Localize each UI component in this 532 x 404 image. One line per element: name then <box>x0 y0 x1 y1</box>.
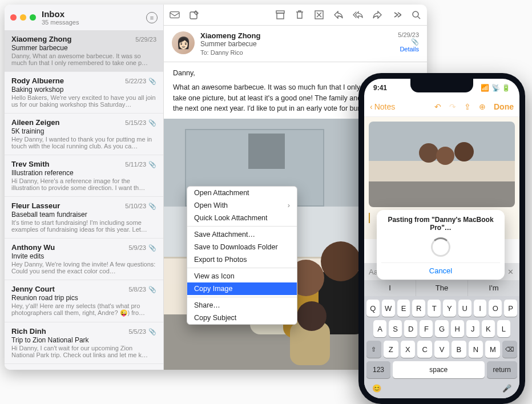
msg-date: 5/29/23 <box>135 36 156 43</box>
window-controls <box>10 14 36 21</box>
key-n[interactable]: N <box>469 341 483 358</box>
svg-rect-0 <box>170 12 179 18</box>
more-icon[interactable]: ⊕ <box>479 102 486 111</box>
close-window-button[interactable] <box>10 14 17 21</box>
undo-icon[interactable]: ↶ <box>434 102 441 111</box>
msg-from: Anthony Wu <box>11 243 55 252</box>
mailboxes-icon[interactable] <box>170 10 180 20</box>
archive-icon[interactable] <box>275 10 285 20</box>
redo-icon[interactable]: ↷ <box>449 102 456 111</box>
key-q[interactable]: Q <box>366 300 380 317</box>
fullscreen-window-button[interactable] <box>30 14 36 21</box>
num-key[interactable]: 123 <box>366 361 390 378</box>
pasted-image-thumb <box>369 122 515 207</box>
suggestion[interactable]: I <box>364 280 416 296</box>
message-item[interactable]: Jenny Court5/8/23📎 Reunion road trip pic… <box>5 280 163 322</box>
key-t[interactable]: T <box>428 300 441 317</box>
msg-date: 5/8/23📎 <box>128 286 156 293</box>
text-cursor <box>369 213 370 223</box>
forward-icon[interactable] <box>372 10 382 20</box>
key-z[interactable]: Z <box>384 341 398 358</box>
msg-subject: Baseball team fundraiser <box>11 211 156 219</box>
msg-preview: Hey Danny, We're loving the invite! A fe… <box>11 261 156 274</box>
key-s[interactable]: S <box>389 320 402 337</box>
notes-nav: ‹ Notes ↶ ↷ ⇪ ⊕ Done <box>364 97 519 117</box>
message-item[interactable]: Rody Albuerne5/22/23📎 Baking workshop He… <box>5 72 163 114</box>
key-r[interactable]: R <box>412 300 425 317</box>
share-icon[interactable]: ⇪ <box>464 102 471 111</box>
context-menu-item[interactable]: Export to Photos <box>187 253 297 266</box>
spinner-icon <box>431 237 450 257</box>
emoji-key[interactable]: 😊 <box>372 384 381 393</box>
context-menu-item[interactable]: Open Attachment <box>187 187 297 199</box>
done-button[interactable]: Done <box>494 102 514 111</box>
context-menu-item[interactable]: Copy Subject <box>187 312 297 324</box>
key-h[interactable]: H <box>451 320 464 337</box>
key-c[interactable]: C <box>417 341 432 358</box>
popover-text: Pasting from "Danny's MacBook Pro"… <box>381 216 500 232</box>
message-item[interactable]: Rich Dinh5/5/23📎 Trip to Zion National P… <box>5 322 163 364</box>
key-p[interactable]: P <box>504 300 517 317</box>
context-menu-item[interactable]: Save Attachment… <box>187 228 297 241</box>
key-f[interactable]: F <box>420 320 433 337</box>
msg-subject: Trip to Zion National Park <box>11 336 156 344</box>
key-o[interactable]: O <box>489 300 502 317</box>
context-menu-item[interactable]: Quick Look Attachment <box>187 212 297 224</box>
key-k[interactable]: K <box>482 320 495 337</box>
context-menu-item[interactable]: Open With <box>187 199 297 212</box>
context-menu-item[interactable]: Copy Image <box>187 282 297 295</box>
reply-icon[interactable] <box>333 10 344 20</box>
details-link[interactable]: Details <box>398 46 419 52</box>
more-icon[interactable] <box>392 10 402 20</box>
popover-cancel[interactable]: Cancel <box>381 262 500 275</box>
key-j[interactable]: J <box>466 320 479 337</box>
header-date: 5/29/23 <box>398 31 419 38</box>
key-d[interactable]: D <box>404 320 417 337</box>
suggestion[interactable]: I'm <box>468 280 519 296</box>
keyboard: QWERTYUIOP ASDFGHJKL ⇧ZXCVBNM⌫ 123spacer… <box>364 296 519 398</box>
shift-key[interactable]: ⇧ <box>366 341 381 358</box>
compose-icon[interactable] <box>189 10 199 20</box>
key-w[interactable]: W <box>382 300 395 317</box>
reply-all-icon[interactable] <box>353 10 363 20</box>
key-u[interactable]: U <box>458 300 471 317</box>
key-v[interactable]: V <box>434 341 449 358</box>
message-item[interactable]: Xiaomeng Zhong5/29/23 Summer barbecue Da… <box>5 30 163 72</box>
svg-rect-1 <box>190 12 197 19</box>
backspace-key[interactable]: ⌫ <box>502 341 517 358</box>
back-button[interactable]: ‹ Notes <box>370 102 395 111</box>
key-e[interactable]: E <box>397 300 410 317</box>
trash-icon[interactable] <box>295 10 305 20</box>
msg-from: Aileen Zeigen <box>11 118 60 127</box>
message-list[interactable]: Xiaomeng Zhong5/29/23 Summer barbecue Da… <box>5 30 163 370</box>
context-menu-item[interactable]: Save to Downloads Folder <box>187 241 297 253</box>
space-key[interactable]: space <box>393 361 485 378</box>
key-x[interactable]: X <box>401 341 416 358</box>
key-a[interactable]: A <box>373 320 386 337</box>
key-b[interactable]: B <box>452 341 466 358</box>
message-item[interactable]: Fleur Lasseur5/10/23📎 Baseball team fund… <box>5 197 163 239</box>
mic-key[interactable]: 🎤 <box>502 384 511 393</box>
back-label: Notes <box>374 102 396 111</box>
junk-icon[interactable] <box>314 10 324 20</box>
return-key[interactable]: return <box>487 361 518 378</box>
inbox-title: Inbox <box>42 9 146 19</box>
context-menu-item[interactable]: Share… <box>187 299 297 312</box>
msg-preview: Hi Danny, Here's a reference image for t… <box>11 177 156 191</box>
key-m[interactable]: M <box>485 341 500 358</box>
minimize-window-button[interactable] <box>20 14 26 21</box>
context-menu-item[interactable]: View as Icon <box>187 270 297 282</box>
iphone-device: 9:41 📶 📡 🔋 ‹ Notes ↶ ↷ ⇪ ⊕ Done <box>358 73 525 404</box>
key-i[interactable]: I <box>474 300 487 317</box>
key-y[interactable]: Y <box>443 300 456 317</box>
message-item[interactable]: Aileen Zeigen5/15/23📎 5K training Hey Da… <box>5 114 163 155</box>
suggestion-bar: ITheI'm <box>364 280 519 296</box>
message-item[interactable]: Anthony Wu5/9/23📎 Invite edits Hey Danny… <box>5 239 163 280</box>
key-l[interactable]: L <box>497 320 510 337</box>
message-item[interactable]: Trev Smith5/11/23📎 Illustration referenc… <box>5 155 163 197</box>
suggestion[interactable]: The <box>416 280 468 296</box>
close-icon[interactable]: ✕ <box>507 268 514 276</box>
filter-icon[interactable]: ≡ <box>146 12 158 23</box>
search-icon[interactable] <box>411 10 421 20</box>
key-g[interactable]: G <box>435 320 448 337</box>
